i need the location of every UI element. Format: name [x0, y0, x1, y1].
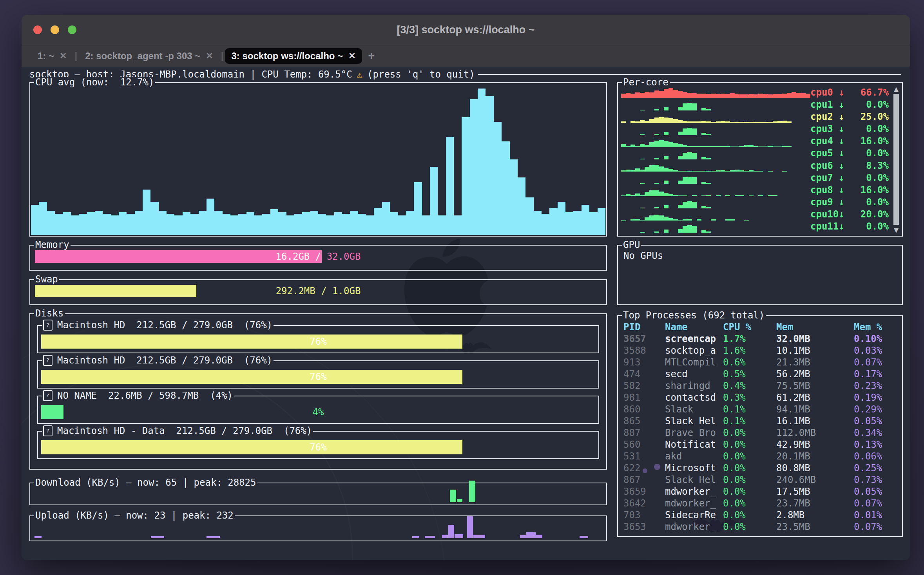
process-mem: 23.7MB — [776, 498, 810, 509]
upload-panel: Upload (KB/s) — now: 23 | peak: 232 — [29, 515, 607, 541]
process-row: 867Slack Hel0.0%240.6MB0.73% — [618, 474, 902, 486]
process-mem: 42.9MB — [776, 439, 810, 450]
scroll-down-icon[interactable]: ▼ — [894, 226, 899, 234]
upload-bar — [526, 532, 536, 538]
tab-2[interactable]: 2: socktop_agent -p 303 ~✕ — [79, 48, 219, 64]
core-row: cpu7 ↓0.0% — [621, 172, 889, 184]
core-spark-bar — [735, 94, 739, 98]
process-name: MTLCompil — [665, 357, 716, 368]
core-value: 0.0% — [866, 172, 889, 183]
cpu-history-bar — [398, 215, 406, 235]
core-name: cpu6 ↓ — [810, 160, 844, 171]
per-core-scrollbar[interactable]: ▲ ▼ — [892, 85, 900, 234]
cpu-history-bar — [565, 212, 573, 235]
core-spark-bar — [692, 103, 697, 110]
core-spark-bar — [687, 152, 692, 159]
scroll-up-icon[interactable]: ▲ — [894, 85, 899, 93]
core-spark-bar — [777, 94, 782, 98]
scrollbar-track[interactable] — [893, 94, 899, 225]
disk-item-label: Macintosh HD 212.5GB / 279.0GB (76%) — [57, 355, 272, 366]
cpu-history-bar — [470, 99, 478, 235]
core-spark-bar — [683, 153, 687, 159]
process-pid: 582 — [623, 380, 640, 391]
cpu-history-bar — [302, 212, 310, 235]
core-sparkline — [621, 110, 810, 123]
core-spark-bar — [692, 128, 697, 135]
new-tab-button[interactable]: + — [368, 50, 375, 62]
process-cpu: 0.0% — [723, 439, 746, 450]
core-sparkline — [621, 98, 810, 110]
core-spark-bar — [687, 103, 692, 110]
cpu-history-bar — [334, 212, 342, 235]
process-pid: 887 — [623, 427, 640, 438]
core-spark-bar — [669, 142, 673, 147]
core-spark-bar — [654, 165, 659, 172]
process-mem-pct: 0.73% — [854, 474, 882, 485]
cpu-history-bar — [47, 211, 55, 235]
disk-item-title: ?Macintosh HD 212.5GB / 279.0GB (76%) — [42, 320, 274, 331]
cpu-history-bar — [446, 137, 454, 235]
process-mem: 61.2MB — [776, 392, 810, 403]
process-row: 703SidecarRe0.0%2.8MB0.01% — [618, 510, 902, 521]
process-cpu: 0.6% — [723, 357, 746, 368]
core-sparkline — [621, 147, 810, 159]
cpu-history-bar — [430, 167, 438, 235]
tab-3[interactable]: 3: socktop ws://localho ~✕ — [225, 48, 362, 64]
core-value: 0.0% — [866, 197, 889, 208]
process-mem: 94.1MB — [776, 404, 810, 415]
core-value: 0.0% — [866, 99, 889, 110]
core-spark-bar — [654, 231, 659, 233]
cpu-history-bar — [294, 214, 302, 235]
core-row: cpu9 ↓0.0% — [621, 196, 889, 208]
process-mem-pct: 0.23% — [854, 380, 882, 391]
cpu-history-bar — [494, 122, 502, 235]
process-mem: 240.6MB — [776, 474, 816, 485]
process-name: Brave Bro — [665, 427, 716, 438]
cpu-avg-panel: CPU avg (now: 12.7%) — [29, 82, 607, 237]
core-spark-bar — [678, 229, 683, 233]
cpu-history-bar — [270, 209, 278, 235]
disk-item: ?Macintosh HD 212.5GB / 279.0GB (76%)76% — [37, 360, 599, 389]
process-table-header: PIDNameCPU %MemMem % — [618, 322, 902, 333]
core-spark-bar — [664, 132, 669, 135]
upload-bar — [207, 536, 220, 538]
upload-chart — [32, 518, 605, 539]
process-pid: 622 — [623, 463, 640, 474]
cpu-history-bar — [478, 89, 486, 235]
process-pid: 531 — [623, 451, 640, 462]
process-mem: 17.5MB — [776, 486, 810, 497]
core-spark-bar — [664, 181, 669, 184]
memory-title: Memory — [34, 239, 71, 250]
core-value: 0.0% — [866, 221, 889, 232]
cpu-history-bar — [183, 212, 190, 235]
cpu-history-bar — [382, 202, 390, 235]
core-spark-bar — [678, 181, 683, 184]
disk-item-title: ?Macintosh HD - Data 212.5GB / 279.0GB (… — [42, 425, 313, 436]
process-row: 560Notificat0.0%42.9MB0.13% — [618, 439, 902, 451]
core-spark-bar — [630, 94, 635, 98]
core-label: cpu2 ↓25.0% — [810, 111, 889, 122]
core-row: cpu4 ↓16.0% — [621, 135, 889, 147]
core-sparkline — [621, 208, 810, 221]
process-pid: 560 — [623, 439, 640, 450]
core-name: cpu7 ↓ — [810, 172, 844, 183]
core-spark-bar — [683, 202, 687, 208]
tab-close-icon[interactable]: ✕ — [206, 51, 213, 61]
core-spark-bar — [621, 144, 626, 147]
process-cpu: 1.7% — [723, 333, 746, 344]
tab-close-icon[interactable]: ✕ — [60, 51, 67, 61]
disk-gauge-label: 76% — [41, 335, 595, 349]
title-bar[interactable]: [3/3] socktop ws://localho ~ — [22, 15, 910, 45]
process-pid: 865 — [623, 416, 640, 427]
disk-gauge: 4% — [41, 405, 595, 419]
process-pid: 913 — [623, 357, 640, 368]
core-label: cpu1 ↓0.0% — [810, 99, 889, 110]
disk-gauge: 76% — [41, 440, 595, 454]
tab-close-icon[interactable]: ✕ — [348, 51, 355, 61]
process-mem-pct: 0.34% — [854, 427, 882, 438]
tab-1[interactable]: 1: ~✕ — [31, 48, 73, 64]
core-label: cpu4 ↓16.0% — [810, 136, 889, 146]
core-spark-bar — [669, 88, 673, 98]
core-value: 25.0% — [861, 111, 889, 122]
process-cpu: 0.0% — [723, 463, 746, 474]
